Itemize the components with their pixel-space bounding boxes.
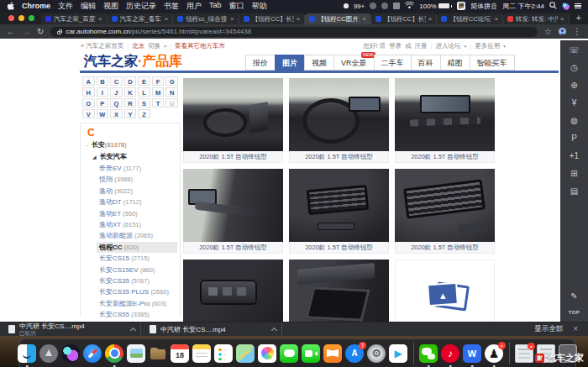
apple-icon[interactable]	[7, 2, 14, 11]
violation-query-icon[interactable]: P	[571, 134, 577, 143]
site-nav-tab[interactable]: 精图	[440, 55, 470, 71]
letter-link[interactable]: F	[152, 76, 165, 86]
tab-close-icon[interactable]: ×	[297, 16, 301, 23]
browser-tab[interactable]: 【锐程CC论坛】 ×	[437, 13, 503, 24]
car-photo-thumbnail[interactable]	[183, 169, 283, 242]
dock-app-icon[interactable]	[192, 344, 211, 363]
notification-center-icon[interactable]	[575, 3, 581, 9]
koubei-icon[interactable]: ◍	[570, 117, 578, 125]
model-list-item[interactable]: 逸动 (9022)	[97, 186, 180, 197]
letter-link[interactable]: O	[82, 98, 95, 107]
model-list-item[interactable]: 锐程CC (820)	[97, 242, 177, 253]
letter-link[interactable]: U	[165, 98, 178, 107]
menu-item[interactable]: 编辑	[81, 1, 96, 12]
letter-link[interactable]: H	[82, 87, 95, 97]
letter-link[interactable]: Z	[138, 109, 150, 118]
site-nav-tab[interactable]: 二手车	[374, 55, 411, 71]
tab-close-icon[interactable]: ×	[98, 16, 102, 23]
letter-link[interactable]: Q	[110, 98, 123, 107]
photo-caption[interactable]: 2020款 1.5T 自动锋锐型	[289, 242, 389, 254]
preview[interactable]	[126, 343, 147, 364]
dock-app-icon[interactable]: A 7	[345, 344, 364, 363]
photo-card[interactable]: 2020款 1.5T 自动锋锐型	[183, 169, 283, 254]
window-minimize-button[interactable]	[18, 15, 24, 21]
site-nav-tab[interactable]: 报价	[245, 55, 275, 71]
dock-app-icon[interactable]: ♪	[441, 344, 459, 363]
model-list-item[interactable]: 长安CS15 (2715)	[97, 253, 180, 264]
login-link[interactable]: 登录	[389, 42, 402, 50]
city-link[interactable]: 北京	[132, 42, 144, 50]
status-app-icon-2[interactable]	[381, 3, 388, 9]
site-nav-tab[interactable]: 百科	[411, 55, 440, 71]
letter-link[interactable]: X	[110, 109, 123, 118]
app-store[interactable]: A 7	[344, 343, 365, 364]
minimized-window-1[interactable]: •	[514, 343, 535, 364]
menu-item[interactable]: Tab	[209, 1, 222, 12]
browser-tab[interactable]: 【锐程CC】长安 ×	[239, 13, 306, 24]
dock-app-icon[interactable]: •	[515, 344, 533, 363]
photo-card[interactable]: 2020款 1.5T 自动锋锐型	[289, 169, 389, 254]
dock-app-icon[interactable]	[236, 344, 255, 363]
brand-row[interactable]: - 长安(81978)	[86, 140, 180, 149]
dock-app-icon[interactable]	[149, 344, 167, 363]
menu-clock[interactable]: 周二 下午2:44	[502, 2, 544, 11]
dock-app-icon[interactable]	[127, 344, 145, 363]
chevron-up-icon[interactable]	[271, 328, 277, 333]
status-app-icon-3[interactable]	[393, 3, 400, 9]
separator[interactable]	[413, 343, 414, 364]
browser-tab[interactable]: 【锐程CC】长安 ×	[371, 13, 438, 24]
letter-link[interactable]: J	[110, 87, 123, 97]
back-to-top-icon[interactable]: TOP	[569, 310, 580, 315]
menu-item[interactable]: 帮助	[252, 1, 267, 12]
siri-icon[interactable]	[562, 3, 570, 10]
forum-link[interactable]: 进入论坛	[436, 42, 461, 50]
tencent-video[interactable]: ▶	[388, 343, 409, 364]
site-nav-tab[interactable]: 图片	[275, 55, 304, 71]
browser-tab[interactable]: 转发: 转发: 中汽 ×	[503, 13, 570, 24]
letter-link[interactable]: T	[152, 98, 165, 107]
car-photo-thumbnail[interactable]	[395, 260, 495, 322]
site-logo[interactable]: 汽车之家·产品库	[84, 53, 182, 71]
register-link[interactable]: 注册	[415, 42, 428, 50]
download-item[interactable]: 中汽研 长安CS....mp4	[141, 322, 282, 336]
dock-app-icon[interactable]	[39, 344, 58, 363]
car-mall-icon[interactable]: ⊞	[570, 170, 577, 178]
letter-link[interactable]: L	[138, 87, 150, 97]
letter-link[interactable]: A	[82, 76, 95, 86]
spotlight-search-icon[interactable]	[549, 2, 557, 11]
new-tab-button[interactable]: +	[570, 12, 588, 24]
letter-link[interactable]: B	[97, 76, 109, 86]
menu-item[interactable]: 窗口	[229, 1, 244, 12]
car-photo-thumbnail[interactable]	[289, 260, 389, 322]
tab-close-icon[interactable]: ×	[560, 16, 564, 23]
calendar[interactable]: 18	[170, 343, 191, 364]
ssl-lock-icon[interactable]	[57, 31, 61, 34]
photo-card[interactable]	[395, 260, 495, 322]
download-item[interactable]: 中汽研 长安CS....mp4 已取消	[0, 322, 141, 336]
letter-link[interactable]: D	[124, 76, 137, 86]
letter-link[interactable]: S	[138, 98, 150, 107]
wifi-icon[interactable]	[405, 2, 414, 11]
show-all-downloads-button[interactable]: 显示全部	[534, 324, 563, 334]
letter-link[interactable]: V	[82, 109, 95, 118]
customer-service-icon[interactable]: ☏	[569, 46, 580, 55]
photo-caption[interactable]: 2020款 1.5T 自动锋锐型	[183, 242, 283, 254]
menu-item[interactable]: 视图	[103, 1, 118, 12]
car-photo-thumbnail[interactable]	[395, 78, 495, 151]
car-photo-thumbnail[interactable]	[289, 169, 389, 242]
dock-app-icon[interactable]: ⚙	[367, 344, 386, 363]
close-downloads-bar-icon[interactable]: ×	[573, 325, 578, 333]
site-nav-tab[interactable]: 视频	[304, 55, 333, 71]
model-list-item[interactable]: 长安CS15EV (860)	[97, 265, 180, 275]
feedback-icon[interactable]: ✎	[570, 292, 577, 301]
messages[interactable]	[279, 343, 300, 364]
qq[interactable]: ♟ •	[484, 343, 505, 364]
reload-button[interactable]: ↻	[37, 28, 44, 36]
dock-app-icon[interactable]	[302, 344, 320, 363]
car-photo-thumbnail[interactable]	[183, 260, 283, 322]
letter-link[interactable]: C	[110, 76, 123, 86]
separator[interactable]	[509, 343, 510, 364]
menu-item[interactable]: 用户	[186, 1, 202, 12]
letter-link[interactable]: I	[97, 87, 109, 97]
car-photo-thumbnail[interactable]	[289, 78, 389, 151]
